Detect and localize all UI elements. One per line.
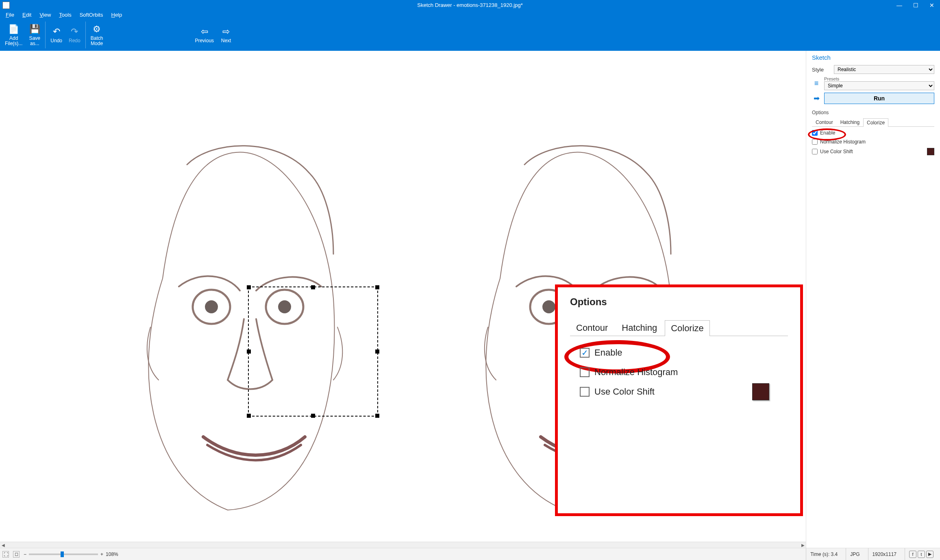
checkbox-input[interactable] [812,139,818,145]
minimize-button[interactable]: — [891,0,907,10]
zoom-slider[interactable] [29,553,98,555]
menu-file[interactable]: File [2,11,18,19]
checkbox-input[interactable] [812,149,818,154]
callout-tab-hatching[interactable]: Hatching [616,320,663,336]
batch-mode-button[interactable]: ⚙ Batch Mode [87,19,107,51]
selection-marquee[interactable] [248,287,378,417]
scroll-right-icon[interactable]: ▶ [800,542,806,548]
run-button[interactable]: Run [824,93,934,104]
callout-enable-checkbox[interactable]: Enable [580,347,788,358]
ribbon: 📄 Add File(s)... 💾 Save as... ↶ Undo ↷ R… [0,19,940,51]
work-area: Options Contour Hatching Colorize Enable… [0,51,940,548]
callout-tab-colorize[interactable]: Colorize [665,320,710,336]
style-label: Style [812,67,831,73]
resize-handle[interactable] [375,414,379,418]
options-label: Options [812,110,934,115]
run-arrow-icon: ➡ [812,94,821,103]
resize-handle[interactable] [247,349,251,354]
twitter-icon[interactable]: t [918,551,925,558]
dimensions-cell: 1920x1117 [868,548,901,560]
svg-point-5 [542,300,555,313]
zoom-thumb[interactable] [61,551,64,557]
add-files-button[interactable]: 📄 Add File(s)... [2,19,26,51]
undo-icon: ↶ [51,26,62,37]
scroll-track[interactable] [6,542,800,548]
callout-header: Options [570,296,788,308]
panel-heading: Sketch [812,54,934,61]
time-cell: Time (s): 3.4 [806,548,842,560]
canvas[interactable]: Options Contour Hatching Colorize Enable… [0,51,806,548]
menu-softorbits[interactable]: SoftOrbits [76,11,107,19]
enable-label: Enable [820,130,835,136]
checkbox-icon [580,367,590,377]
save-as-button[interactable]: 💾 Save as... [26,19,44,51]
options-tabs: Contour Hatching Colorize [812,118,934,127]
tab-hatching[interactable]: Hatching [837,118,863,126]
close-button[interactable]: ✕ [924,0,940,10]
color-swatch[interactable] [927,148,934,155]
callout-enable-label: Enable [594,347,622,358]
zoom-control: − + 108% [24,551,118,557]
callout-shift-label: Use Color Shift [594,386,655,397]
menu-edit[interactable]: Edit [18,11,35,19]
callout-tab-contour[interactable]: Contour [570,320,614,336]
horizontal-scrollbar[interactable]: ◀ ▶ [0,542,806,548]
resize-handle[interactable] [375,285,379,289]
app-icon [2,2,10,9]
zoom-value: 108% [106,551,118,557]
actual-size-icon[interactable]: ◻ [13,551,20,558]
nav-group: ⇦ Previous ⇨ Next [191,19,235,51]
scroll-left-icon[interactable]: ◀ [0,542,6,548]
facebook-icon[interactable]: f [909,551,916,558]
presets-select[interactable]: Simple [824,81,934,90]
window-controls: — ☐ ✕ [891,0,940,10]
callout-normalize-label: Normalize Histogram [594,367,678,378]
checkbox-input[interactable] [812,130,818,136]
redo-icon: ↷ [69,26,80,37]
share-icon[interactable]: ▶ [926,551,933,558]
next-button[interactable]: ⇨ Next [217,19,235,51]
colorshift-checkbox[interactable]: Use Color Shift [812,148,934,155]
previous-button[interactable]: ⇦ Previous [191,19,217,51]
maximize-button[interactable]: ☐ [907,0,924,10]
redo-button: ↷ Redo [65,19,84,51]
callout-tabs: Contour Hatching Colorize [570,320,788,336]
format-cell: JPG [846,548,864,560]
tab-colorize[interactable]: Colorize [863,118,888,127]
separator [85,22,86,48]
shift-label: Use Color Shift [820,149,853,154]
gear-icon: ⚙ [91,24,102,35]
callout-colorshift-checkbox[interactable]: Use Color Shift [580,386,788,397]
add-file-icon: 📄 [8,24,20,35]
tab-contour[interactable]: Contour [812,118,837,126]
enable-checkbox[interactable]: Enable [812,130,934,136]
checkbox-icon [580,387,590,397]
save-icon: 💾 [29,24,40,35]
style-select[interactable]: Realistic [834,65,934,74]
undo-button[interactable]: ↶ Undo [47,19,65,51]
menu-view[interactable]: View [35,11,55,19]
callout-color-swatch[interactable] [752,383,769,400]
social-links: f t ▶ [905,548,938,560]
window-title: Sketch Drawer - emotions-371238_1920.jpg… [417,2,522,8]
title-bar: Sketch Drawer - emotions-371238_1920.jpg… [0,0,940,10]
presets-label: Presets [824,76,934,81]
resize-handle[interactable] [247,285,251,289]
zoom-out-button[interactable]: − [24,551,26,557]
side-panel: Sketch Style Realistic ≡ Presets Simple … [806,51,940,548]
sliders-icon: ≡ [812,79,821,88]
resize-handle[interactable] [311,414,315,418]
menu-bar: File Edit View Tools SoftOrbits Help [0,10,940,19]
resize-handle[interactable] [311,285,315,289]
checkbox-icon [580,348,590,358]
menu-tools[interactable]: Tools [55,11,75,19]
options-callout: Options Contour Hatching Colorize Enable… [555,284,803,516]
zoom-in-button[interactable]: + [100,551,103,557]
resize-handle[interactable] [247,414,251,418]
next-icon: ⇨ [220,26,232,37]
menu-help[interactable]: Help [107,11,126,19]
prev-icon: ⇦ [199,26,210,37]
fit-screen-icon[interactable]: ⛶ [2,551,9,558]
resize-handle[interactable] [375,349,379,354]
callout-normalize-checkbox[interactable]: Normalize Histogram [580,367,788,378]
